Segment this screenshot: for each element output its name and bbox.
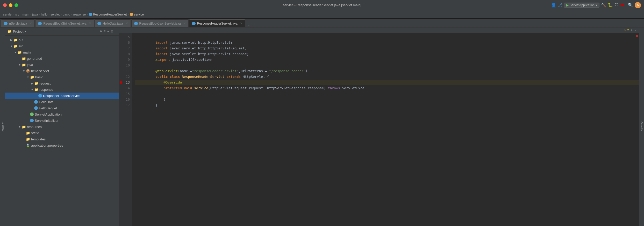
tree-label-src: src [19, 44, 23, 48]
arrow-main: ▼ [13, 51, 18, 54]
folder-icon-response: 📁 [34, 88, 38, 92]
tree-title: Project [13, 29, 23, 33]
search-icon[interactable]: 🔍 [628, 3, 633, 8]
line-num-6: 6 [119, 40, 132, 46]
user-avatar-icon[interactable]: A [635, 2, 641, 8]
settings-icon[interactable]: ⚙ [111, 29, 113, 34]
breadcrumb-servlet[interactable]: servlet [3, 13, 12, 16]
tab-requestbodystring[interactable]: RequestBodyStringServlet.java ✕ [35, 19, 94, 27]
folder-icon-basic: 📁 [30, 75, 34, 79]
tree-item-request[interactable]: ▶ 📁 request [5, 80, 119, 86]
tab-requestbodyjson[interactable]: RequestBodyJsonServlet.java ✕ [131, 19, 189, 27]
project-panel-label[interactable]: Project [0, 27, 5, 226]
tree-item-generated[interactable]: ▶ 📁 generated [5, 55, 119, 62]
tab-close-requestbodystring[interactable]: ✕ [89, 22, 91, 25]
close-button[interactable] [3, 3, 7, 7]
tree-item-response[interactable]: ▼ 📁 response [5, 86, 119, 93]
tab-label-requestbodyjson: RequestBodyJsonServlet.java [139, 22, 181, 25]
warning-count: ⚠ 2 [624, 28, 629, 32]
tab-hellodata[interactable]: HelloData.java ✕ [95, 19, 131, 27]
breadcrumb-servlet-pkg[interactable]: servlet [51, 13, 60, 16]
warning-nav-down[interactable]: ∨ [634, 28, 637, 32]
line-num-15: 15 [119, 91, 132, 97]
stop-icon[interactable]: ⏹ [620, 3, 624, 7]
user-icon[interactable]: 👤 [551, 3, 556, 8]
arrow-java: ▼ [18, 63, 22, 66]
arrow-hellodata: ▶ [30, 101, 34, 103]
tree-dropdown-icon[interactable]: ▾ [25, 30, 26, 33]
line-num-5: 5 [119, 34, 132, 40]
tree-item-servletinitializer[interactable]: ▶ ServletInitializer [5, 117, 119, 124]
tree-item-out[interactable]: ▶ 📁 out [5, 37, 119, 43]
tree-item-hello-servlet[interactable]: ▼ 📦 hello.servlet [5, 68, 119, 74]
code-editor: ⚠ 2 ∧ ∨ 5 6 7 8 9 10 11 12 13 14 [119, 27, 639, 226]
line-num-7: 7 [119, 46, 132, 51]
breadcrumb-method-icon [130, 13, 133, 16]
tree-toolbar: 📁 Project ▾ ⊕ ≡ ⇥ ⚙ − [5, 27, 119, 36]
tree-item-basic[interactable]: ▼ 📁 basic [5, 74, 119, 80]
scope-icon[interactable]: ⊕ [100, 29, 102, 34]
tree-item-helloservlet[interactable]: ▶ HelloServlet [5, 105, 119, 111]
toolbar-right: 👤 ⎇ ▶ ServletApplication ▾ 🔨 🐛 🛡 ⏹ 🔍 A [551, 2, 641, 8]
tree-item-main[interactable]: ▼ 📁 main [5, 49, 119, 55]
code-line-10: @WebServlet(name ="responseHeaderServlet… [135, 63, 639, 68]
tree-item-responseheaderservlet[interactable]: ▶ ResponseHeaderServlet [5, 93, 119, 99]
class-icon-helloservlet [34, 106, 38, 110]
arrow-hello-servlet: ▼ [22, 70, 26, 72]
run-config-selector[interactable]: ▶ ServletApplication ▾ [564, 3, 599, 8]
code-area[interactable]: import javax.servlet.http.HttpServlet; i… [132, 33, 639, 226]
tabs-overflow-button[interactable]: ⌄ [246, 22, 252, 27]
maximize-button[interactable] [15, 3, 18, 7]
folder-icon-static: 📁 [26, 131, 30, 135]
tab-nservlet[interactable]: nServlet.java ✕ [1, 19, 35, 27]
collapse-icon[interactable]: ≡ [103, 29, 105, 34]
tree-label-templates: templates [31, 137, 46, 141]
autoscroll-icon[interactable]: ⇥ [107, 29, 109, 34]
warning-nav-up[interactable]: ∧ [631, 28, 633, 32]
line-num-17: 17 [119, 102, 132, 108]
error-stripe [636, 35, 638, 37]
tabs-bar: nServlet.java ✕ RequestBodyStringServlet… [0, 19, 644, 27]
tab-close-nservlet[interactable]: ✕ [30, 22, 32, 25]
breadcrumb-method[interactable]: service [134, 13, 144, 16]
window-controls[interactable] [3, 3, 18, 7]
run-config-label: ServletApplication [570, 3, 595, 7]
tab-close-requestbodyjson[interactable]: ✕ [183, 22, 186, 25]
breadcrumb-response[interactable]: response [73, 13, 86, 16]
tab-responseheader[interactable]: ResponseHeaderServlet.java ✕ [189, 19, 245, 27]
breadcrumb-hello[interactable]: hello [41, 13, 47, 16]
tree-item-java[interactable]: ▼ 📁 java [5, 62, 119, 68]
breadcrumb-class[interactable]: ResponseHeaderServlet [93, 13, 127, 16]
tree-item-resources[interactable]: ▼ 📁 resources [5, 124, 119, 130]
breadcrumb-main[interactable]: main [23, 13, 29, 16]
tree-folder-icon: 📁 [7, 29, 11, 33]
breadcrumb-java[interactable]: java [32, 13, 38, 16]
debug-icon[interactable]: 🐛 [608, 3, 613, 8]
gradle-panel[interactable]: Gradle [639, 27, 644, 226]
tab-icon-responseheader [192, 22, 196, 25]
build-icon[interactable]: 🔨 [601, 3, 606, 8]
tab-icon-requestbodyjson [134, 22, 138, 25]
breadcrumb-src[interactable]: src [15, 13, 19, 16]
hide-icon[interactable]: − [115, 29, 117, 34]
tab-more-menu[interactable]: ⋮ [252, 23, 256, 27]
tree-item-src[interactable]: ▼ 📁 src [5, 43, 119, 49]
tree-item-static[interactable]: ▶ 📁 static [5, 130, 119, 136]
minimize-button[interactable] [9, 3, 12, 7]
breadcrumb-basic[interactable]: basic [63, 13, 70, 16]
tab-close-hellodata[interactable]: ✕ [126, 22, 128, 25]
line-num-11: 11 [119, 68, 132, 74]
tree-item-appproperties[interactable]: ▶ 🍃 application.properties [5, 142, 119, 148]
tree-item-servletapplication[interactable]: ▶ ServletApplication [5, 111, 119, 117]
code-line-16: } [135, 97, 639, 102]
tab-close-responseheader[interactable]: ✕ [240, 22, 242, 25]
tree-item-templates[interactable]: ▶ 📁 templates [5, 136, 119, 142]
run-config-icon: ▶ [566, 3, 569, 7]
line-num-13: 13 [119, 80, 132, 85]
profile-icon[interactable]: 🛡 [614, 3, 619, 7]
package-icon-hello-servlet: 📦 [26, 69, 30, 73]
arrow-out: ▶ [9, 39, 13, 41]
folder-icon-resources: 📁 [22, 125, 26, 129]
vcs-icon[interactable]: ⎇ [558, 3, 562, 8]
tree-item-hellodata[interactable]: ▶ HelloData [5, 99, 119, 105]
